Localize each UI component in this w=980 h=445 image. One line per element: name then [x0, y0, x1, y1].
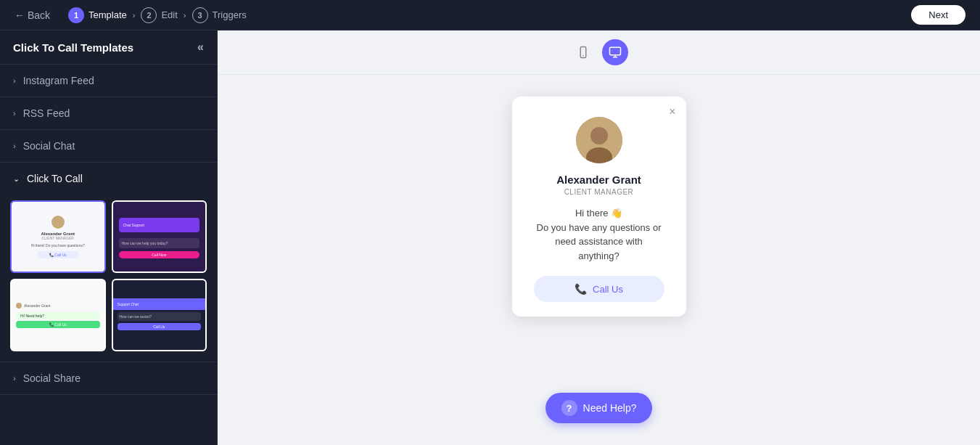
chevron-right-icon: ›	[13, 76, 16, 85]
svg-rect-2	[609, 47, 620, 55]
need-help-label: Need Help?	[583, 402, 637, 414]
step-1: 1 Template	[68, 7, 127, 23]
step-3-circle: 3	[192, 7, 208, 23]
step-1-circle: 1	[68, 7, 84, 23]
step-3-label: Triggers	[213, 9, 247, 20]
sidebar-title: Click To Call Templates «	[0, 30, 217, 65]
sidebar-item-label: RSS Feed	[23, 107, 70, 119]
step-2-label: Edit	[161, 9, 177, 20]
person-name: Alexander Grant	[534, 173, 664, 186]
top-nav: ← Back 1 Template › 2 Edit › 3	[0, 0, 980, 30]
sidebar-item-instagram-feed[interactable]: › Instagram Feed	[0, 65, 217, 97]
sidebar-section-header-click-to-call[interactable]: ⌄ Click To Call	[0, 163, 217, 195]
template-thumb-4[interactable]: Support Chat How can we assist? Call Us	[112, 279, 207, 351]
svg-point-6	[590, 127, 608, 144]
chevron-icon-2: ›	[184, 11, 186, 20]
avatar	[576, 117, 622, 163]
back-button[interactable]: ← Back	[15, 9, 50, 21]
phone-icon: 📞	[575, 283, 587, 295]
template-grid: Alexander Grant CLIENT MANAGER Hi there!…	[0, 195, 217, 362]
sidebar-title-text: Click To Call Templates	[13, 41, 133, 54]
sidebar-item-label: Social Share	[23, 372, 81, 384]
call-us-button[interactable]: 📞 Call Us	[534, 276, 664, 302]
main-layout: Click To Call Templates « › Instagram Fe…	[0, 30, 980, 445]
breadcrumb-steps: 1 Template › 2 Edit › 3 Triggers	[68, 7, 247, 23]
step-2: 2 Edit	[141, 7, 177, 23]
next-button[interactable]: Next	[911, 5, 965, 25]
help-icon: ?	[561, 400, 577, 416]
person-role: CLIENT MANAGER	[534, 188, 664, 196]
sidebar-item-social-chat[interactable]: › Social Chat	[0, 130, 217, 163]
sidebar-item-label: Social Chat	[23, 140, 75, 152]
template-thumb-2[interactable]: Chat Support How can we help you today? …	[112, 200, 207, 273]
sidebar-item-label: Instagram Feed	[23, 75, 94, 86]
chevron-icon-1: ›	[133, 11, 136, 20]
avatar-image	[576, 117, 622, 163]
step-1-label: Template	[88, 9, 127, 20]
desktop-view-button[interactable]	[602, 39, 628, 65]
chevron-right-icon: ›	[13, 109, 16, 118]
sidebar-section-label: Click To Call	[27, 173, 83, 184]
sidebar-collapse-button[interactable]: «	[197, 41, 204, 54]
nav-left: ← Back 1 Template › 2 Edit › 3	[15, 7, 247, 23]
sidebar-item-rss-feed[interactable]: › RSS Feed	[0, 97, 217, 130]
sidebar-item-social-share[interactable]: › Social Share	[0, 362, 217, 395]
mobile-icon	[577, 46, 590, 59]
step-2-circle: 2	[141, 7, 157, 23]
mobile-view-button[interactable]	[570, 39, 596, 65]
template-thumb-3[interactable]: Alexander Grant Hi! Need help? 📞 Call Us	[10, 279, 106, 351]
back-label: Back	[28, 9, 50, 21]
back-arrow-icon: ←	[15, 9, 25, 21]
desktop-icon	[609, 46, 622, 59]
chevron-right-icon: ›	[13, 374, 16, 383]
need-help-button[interactable]: ? Need Help?	[545, 393, 653, 423]
main-content: × Alexander Grant CLIENT MANAGER Hi ther…	[218, 30, 980, 445]
sidebar-section-click-to-call: ⌄ Click To Call Alexander Grant CLIENT M…	[0, 163, 217, 362]
preview-area: × Alexander Grant CLIENT MANAGER Hi ther…	[218, 75, 980, 445]
sidebar: Click To Call Templates « › Instagram Fe…	[0, 30, 218, 445]
call-us-label: Call Us	[593, 284, 623, 295]
chevron-down-icon: ⌄	[13, 174, 20, 184]
call-message: Hi there 👋 Do you have any questions or …	[534, 206, 664, 263]
call-card: × Alexander Grant CLIENT MANAGER Hi ther…	[512, 97, 686, 317]
device-toggle-bar	[218, 30, 980, 75]
close-button[interactable]: ×	[669, 105, 675, 118]
step-3: 3 Triggers	[192, 7, 247, 23]
chevron-right-icon: ›	[13, 142, 16, 150]
template-thumb-1[interactable]: Alexander Grant CLIENT MANAGER Hi there!…	[10, 200, 106, 273]
